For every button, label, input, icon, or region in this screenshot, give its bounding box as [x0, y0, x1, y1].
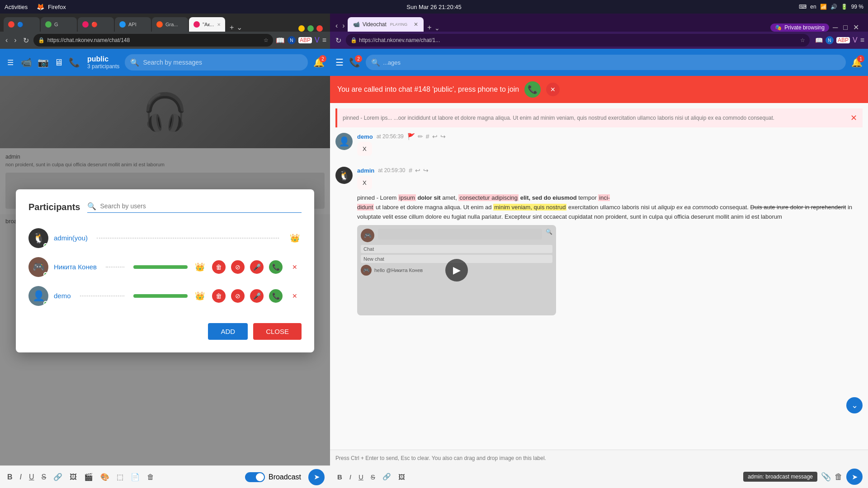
right-bold-btn[interactable]: B: [335, 471, 344, 483]
activities-label[interactable]: Activities: [5, 4, 28, 10]
right-maximize-btn[interactable]: □: [841, 23, 849, 32]
call-answer-btn[interactable]: 📞: [524, 81, 541, 98]
crown-icon-admin[interactable]: 👑: [288, 231, 302, 245]
image-btn[interactable]: 🖼: [68, 471, 79, 483]
right-tab-active[interactable]: 📹 Videochat PLAYING ✕: [348, 17, 424, 32]
right-reload-btn[interactable]: ↻: [334, 34, 343, 47]
add-participant-btn[interactable]: ADD: [208, 323, 248, 340]
tab-close-icon[interactable]: ✕: [217, 22, 221, 27]
remove-btn-demo[interactable]: ✕: [288, 289, 302, 303]
mute-btn-nikita[interactable]: 🎤: [250, 260, 264, 274]
ban-btn-nikita[interactable]: ⊘: [231, 260, 245, 274]
participant-name-demo[interactable]: demo: [54, 292, 71, 300]
video-icon[interactable]: 📹: [21, 57, 32, 68]
crown-btn-nikita[interactable]: 👑: [193, 260, 207, 274]
link-btn[interactable]: 🔗: [52, 471, 64, 483]
tab-list-right-btn[interactable]: ⌄: [434, 24, 440, 32]
right-attachment-btn[interactable]: 📎: [821, 472, 831, 482]
close-window-btn[interactable]: [316, 25, 323, 32]
remove-btn-nikita[interactable]: ✕: [288, 260, 302, 274]
notification-bell[interactable]: 🔔 2: [313, 57, 325, 68]
close-modal-btn[interactable]: CLOSE: [253, 323, 302, 340]
modal-search-input[interactable]: [100, 202, 302, 210]
participant-name-admin[interactable]: admin(you): [54, 234, 88, 242]
right-ext-icon[interactable]: V: [853, 36, 858, 44]
new-tab-btn[interactable]: +: [230, 23, 234, 32]
delete-msg-btn[interactable]: 🗑: [145, 471, 156, 483]
right-back-btn[interactable]: ‹: [334, 20, 340, 32]
send-btn[interactable]: ➤: [308, 469, 325, 485]
left-tab-3[interactable]: 🔴: [78, 17, 114, 32]
maximize-btn[interactable]: [307, 25, 314, 32]
right-forward-btn[interactable]: ›: [340, 20, 346, 32]
right-phone-icon[interactable]: 📞 2: [349, 57, 360, 68]
crown-btn-demo[interactable]: 👑: [193, 289, 207, 303]
reader-icon[interactable]: 📖: [276, 36, 285, 45]
message-search-box[interactable]: 🔍: [125, 54, 308, 70]
call-decline-btn[interactable]: ✕: [546, 83, 560, 96]
right-strike-btn[interactable]: S: [369, 471, 377, 483]
msg-forward-icon-admin[interactable]: ↪: [423, 167, 429, 174]
right-link-btn[interactable]: 🔗: [381, 471, 393, 483]
phone-btn-nikita[interactable]: 📞: [269, 260, 283, 274]
bookmark-icon[interactable]: ☆: [264, 37, 269, 43]
left-tab-active[interactable]: "Ак... ✕: [189, 17, 225, 32]
phone-icon-header[interactable]: 📞: [69, 57, 80, 68]
ext-icon[interactable]: V: [315, 36, 320, 44]
search-input[interactable]: [143, 59, 302, 66]
phone-btn-demo[interactable]: 📞: [269, 289, 283, 303]
select-btn[interactable]: ⬚: [115, 471, 125, 483]
broadcast-switch[interactable]: [245, 472, 265, 482]
ban-btn-demo[interactable]: ⊘: [231, 289, 245, 303]
delete-btn-demo[interactable]: 🗑: [212, 289, 226, 303]
left-tab-1[interactable]: 🔵: [4, 17, 40, 32]
right-notification-bell[interactable]: 🔔 1: [851, 57, 863, 68]
video-btn[interactable]: 🎬: [82, 471, 95, 483]
right-underline-btn[interactable]: U: [357, 471, 365, 483]
address-bar[interactable]: 🔒 https://chat.nkonev.name/chat/148 ☆: [33, 34, 273, 47]
msg-reply-icon[interactable]: ↩: [432, 133, 438, 140]
menu-icon[interactable]: ≡: [322, 36, 326, 44]
adblock-icon[interactable]: ABP: [298, 37, 312, 43]
video-play-btn[interactable]: ▶: [445, 259, 468, 282]
new-tab-right-btn[interactable]: +: [427, 23, 431, 32]
delete-btn-nikita[interactable]: 🗑: [212, 260, 226, 274]
file-btn[interactable]: 📄: [129, 471, 142, 483]
tab-list-btn[interactable]: ⌄: [236, 23, 242, 32]
mute-btn-demo[interactable]: 🎤: [250, 289, 264, 303]
msg-anchor-icon[interactable]: #: [426, 133, 429, 140]
back-btn[interactable]: ‹: [4, 34, 9, 46]
msg-author-admin[interactable]: admin: [357, 167, 374, 174]
right-delete-btn[interactable]: 🗑: [835, 472, 843, 482]
msg-reply-icon-admin[interactable]: ↩: [415, 167, 420, 174]
pinned-close-btn[interactable]: ✕: [850, 113, 857, 123]
right-adblock-icon[interactable]: ABP: [836, 37, 850, 43]
screen-share-icon[interactable]: 🖥: [54, 57, 63, 68]
msg-forward-icon[interactable]: ↪: [440, 133, 446, 140]
msg-edit-icon[interactable]: ✏: [418, 133, 423, 140]
italic-btn[interactable]: I: [18, 471, 24, 483]
right-menu-icon[interactable]: ≡: [860, 36, 864, 44]
msg-flag-icon[interactable]: 🚩: [407, 133, 415, 140]
right-sidebar-toggle[interactable]: ☰: [335, 57, 344, 68]
right-send-btn[interactable]: ➤: [846, 469, 863, 485]
left-tab-4[interactable]: API: [115, 17, 151, 32]
scroll-down-btn[interactable]: ⌄: [846, 397, 863, 413]
minimize-btn[interactable]: [298, 25, 305, 32]
color-btn[interactable]: 🎨: [99, 471, 111, 483]
right-bookmark-icon[interactable]: ☆: [800, 37, 805, 43]
sidebar-toggle-btn[interactable]: ☰: [5, 56, 15, 69]
camera-icon[interactable]: 📷: [38, 57, 49, 68]
right-search-box[interactable]: 🔍 ...ages: [366, 55, 846, 70]
msg-author-demo[interactable]: demo: [357, 133, 373, 140]
modal-search-wrap[interactable]: 🔍: [87, 202, 302, 213]
right-image-btn[interactable]: 🖼: [396, 471, 407, 483]
right-italic-btn[interactable]: I: [348, 471, 353, 483]
msg-anchor-icon-admin[interactable]: #: [409, 167, 412, 174]
right-close-btn[interactable]: ✕: [851, 23, 861, 32]
reload-btn[interactable]: ↻: [21, 34, 31, 47]
right-tab-close[interactable]: ✕: [414, 21, 418, 28]
right-minimize-btn[interactable]: ─: [831, 23, 840, 32]
left-tab-2[interactable]: G: [41, 17, 77, 32]
strikethrough-btn[interactable]: S: [40, 471, 48, 483]
